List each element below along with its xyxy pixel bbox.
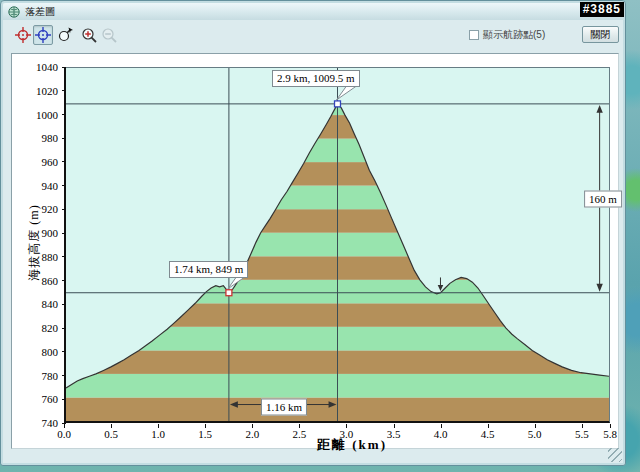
overlay-tag: #3885 [580, 2, 624, 17]
y-tick-label: 880 [18, 251, 58, 263]
x-tick-label: 0.0 [48, 428, 80, 440]
y-tick-label: 940 [18, 180, 58, 192]
elevation-profile-dialog: 落差圖 #3885 [0, 0, 626, 466]
zoom-in-icon [80, 26, 98, 44]
zoom-out-button[interactable] [99, 25, 119, 45]
x-tick-label: 5.0 [519, 428, 551, 440]
y-tick [62, 375, 66, 376]
y-tick [62, 304, 66, 305]
y-tick-label: 960 [18, 156, 58, 168]
y-tick-label: 1040 [18, 61, 58, 73]
y-tick [62, 138, 66, 139]
y-tick-label: 1000 [18, 109, 58, 121]
y-tick-label: 900 [18, 227, 58, 239]
y-tick-label: 780 [18, 370, 58, 382]
resize-grip[interactable] [608, 448, 622, 462]
y-tick-label: 980 [18, 132, 58, 144]
y-tick [62, 67, 66, 68]
x-tick-label: 3.5 [378, 428, 410, 440]
y-tick [62, 209, 66, 210]
zoom-out-icon [100, 26, 118, 44]
window-title: 落差圖 [25, 5, 55, 19]
zoom-in-button[interactable] [79, 25, 99, 45]
y-tick [62, 185, 66, 186]
toolbar: 顯示航跡點(5) 關閉 [3, 22, 623, 50]
titlebar[interactable]: 落差圖 [3, 3, 623, 20]
show-trackpoints-label: 顯示航跡點(5) [483, 28, 545, 42]
plot-area[interactable] [64, 67, 610, 423]
app-icon [8, 6, 20, 18]
x-tick-label: 5.8 [594, 428, 626, 440]
y-tick [62, 114, 66, 115]
x-tick-label: 5.5 [566, 428, 598, 440]
y-tick-label: 1020 [18, 85, 58, 97]
zoom-select-button[interactable] [55, 25, 75, 45]
x-tick-label: 2.0 [236, 428, 268, 440]
x-tick-label: 3.0 [330, 428, 362, 440]
x-tick-label: 1.5 [189, 428, 221, 440]
y-tick-label: 820 [18, 322, 58, 334]
x-tick-label: 4.0 [425, 428, 457, 440]
y-tick-label: 860 [18, 275, 58, 287]
elevation-profile-chart [66, 68, 609, 421]
y-tick [62, 328, 66, 329]
crosshair-red-button[interactable] [13, 25, 33, 45]
crosshair-blue-button[interactable] [33, 25, 53, 45]
x-tick-label: 1.0 [142, 428, 174, 440]
close-button[interactable]: 關閉 [582, 26, 619, 43]
y-tick [62, 256, 66, 257]
y-tick [62, 399, 66, 400]
y-tick-label: 800 [18, 346, 58, 358]
y-tick [62, 90, 66, 91]
crosshair-red-icon [14, 26, 32, 44]
show-trackpoints-checkbox[interactable] [469, 30, 479, 40]
y-tick-label: 840 [18, 298, 58, 310]
y-tick-label: 760 [18, 393, 58, 405]
zoom-select-icon [56, 26, 74, 44]
x-tick-label: 2.5 [283, 428, 315, 440]
y-tick [62, 351, 66, 352]
x-tick-label: 0.5 [95, 428, 127, 440]
y-tick-label: 920 [18, 203, 58, 215]
y-tick [62, 233, 66, 234]
crosshair-blue-icon [34, 26, 52, 44]
x-tick-label: 4.5 [472, 428, 504, 440]
y-tick [62, 280, 66, 281]
y-tick [62, 161, 66, 162]
chart-panel: 海拔高度 (m) 距離 (km) 74076078080082084086088… [11, 53, 619, 449]
